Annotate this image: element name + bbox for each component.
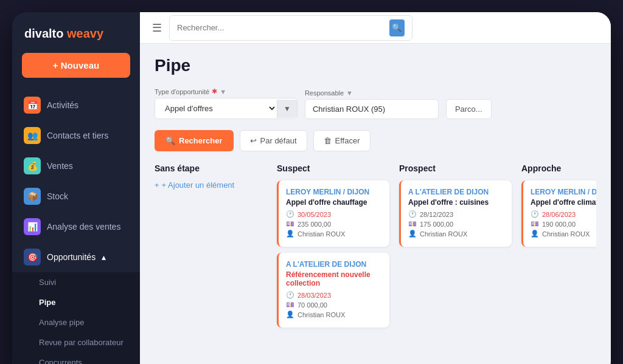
activites-icon: 📅 xyxy=(24,97,41,114)
sidebar-item-stock[interactable]: 📦 Stock xyxy=(12,181,140,211)
clear-button[interactable]: 🗑 Effacer xyxy=(313,130,371,151)
kanban-board: Sans étape + + Ajouter un élément Suspec… xyxy=(155,163,596,340)
card-amount: 235 000,00 xyxy=(298,221,331,228)
sidebar-item-analyse[interactable]: 📊 Analyse des ventes xyxy=(12,211,140,242)
kanban-card[interactable]: A L'ATELIER DE DIJON Appel d'offre : cui… xyxy=(399,180,512,247)
card-amount: 175 000,00 xyxy=(420,221,453,228)
kanban-card[interactable]: A L'ATELIER DE DIJON Référencement nouve… xyxy=(277,253,389,328)
sidebar-item-label: Stock xyxy=(47,191,68,201)
card-date-meta: 🕐 28/06/2023 xyxy=(531,210,596,218)
device-frame: divalto weavy + Nouveau 📅 Activités 👥 Co… xyxy=(12,12,611,364)
subnav-analyse-pipe[interactable]: Analyse pipe xyxy=(39,312,140,332)
required-indicator: ✱ xyxy=(212,88,217,95)
filters-row: Type d'opportunité ✱ ▼ Appel d'offres ▼ … xyxy=(155,88,596,119)
card-amount: 190 000,00 xyxy=(542,221,576,228)
card-title: Appel d'offre : cuisines xyxy=(408,198,504,207)
subnav-pipe[interactable]: Pipe xyxy=(39,292,140,312)
opportunites-icon: 🎯 xyxy=(24,249,41,266)
subnav-revue[interactable]: Revue par collaborateur xyxy=(39,332,140,352)
kanban-col-suspect: Suspect LEROY MERLIN / DIJON Appel d'off… xyxy=(277,163,389,334)
card-person: Christian ROUX xyxy=(420,230,467,238)
analyse-icon: 📊 xyxy=(24,218,41,235)
kanban-card[interactable]: LEROY MERLIN / DIJON Appel d'offre clima… xyxy=(521,180,596,247)
card-date: 28/12/2023 xyxy=(420,211,453,218)
responsable-input[interactable] xyxy=(305,99,439,119)
sidebar-item-activites[interactable]: 📅 Activités xyxy=(12,90,140,120)
card-amount-meta: 💷 190 000,00 xyxy=(531,220,596,228)
card-person-meta: 👤 Christian ROUX xyxy=(408,230,504,238)
card-date-meta: 🕐 28/12/2023 xyxy=(408,210,504,218)
select-arrow[interactable]: ▼ xyxy=(277,100,297,118)
card-amount-meta: 💷 175 000,00 xyxy=(408,220,504,228)
card-date-meta: 🕐 30/05/2023 xyxy=(286,210,382,218)
card-company: LEROY MERLIN / DIJON xyxy=(531,188,596,196)
search-input[interactable] xyxy=(177,23,385,32)
sidebar-item-contacts[interactable]: 👥 Contacts et tiers xyxy=(12,120,140,151)
clock-icon: 🕐 xyxy=(286,291,294,299)
money-icon: 💷 xyxy=(531,220,539,228)
responsable-filter-icon: ▼ xyxy=(346,89,353,97)
money-icon: 💷 xyxy=(286,301,294,309)
subnav-concurrents[interactable]: Concurrents xyxy=(39,352,140,364)
subnav-suivi[interactable]: Suivi xyxy=(39,272,140,292)
opportunites-submenu: Suivi Pipe Analyse pipe Revue par collab… xyxy=(12,272,140,364)
card-amount-meta: 💷 70 000,00 xyxy=(286,301,382,309)
search-button[interactable]: 🔍 Rechercher xyxy=(155,130,234,151)
card-company: LEROY MERLIN / DIJON xyxy=(286,188,382,196)
card-date: 28/06/2023 xyxy=(542,211,576,218)
card-company: A L'ATELIER DE DIJON xyxy=(408,188,504,196)
search-btn-icon: 🔍 xyxy=(165,136,175,145)
card-date-meta: 🕐 28/03/2023 xyxy=(286,291,382,299)
card-title: Référencement nouvelle collection xyxy=(286,270,382,287)
reset-icon: ↩ xyxy=(250,136,257,145)
person-icon: 👤 xyxy=(408,230,417,238)
col-header-approche: Approche xyxy=(521,163,596,173)
card-company: A L'ATELIER DE DIJON xyxy=(286,260,382,269)
app-logo: divalto weavy xyxy=(12,12,140,53)
sidebar-item-label: Activités xyxy=(47,100,78,110)
sidebar-item-label: Ventes xyxy=(47,161,73,171)
search-bar: 🔍 xyxy=(169,15,412,41)
kanban-col-prospect: Prospect A L'ATELIER DE DIJON Appel d'of… xyxy=(399,163,512,334)
page-content: Pipe Type d'opportunité ✱ ▼ Appel d'offr… xyxy=(140,44,611,364)
col-header-sans-etape: Sans étape xyxy=(155,163,267,173)
col-header-prospect: Prospect xyxy=(399,163,512,173)
ventes-icon: 💰 xyxy=(24,157,41,174)
sidebar-item-label: Opportunités xyxy=(47,252,96,262)
clock-icon: 🕐 xyxy=(286,210,294,218)
kanban-card[interactable]: LEROY MERLIN / DIJON Appel d'offre chauf… xyxy=(277,180,389,247)
card-person: Christian ROUX xyxy=(298,311,345,318)
sidebar-item-ventes[interactable]: 💰 Ventes xyxy=(12,151,140,181)
col-header-suspect: Suspect xyxy=(277,163,389,173)
kanban-col-sans-etape: Sans étape + + Ajouter un élément xyxy=(155,163,267,334)
person-icon: 👤 xyxy=(286,230,294,238)
person-icon: 👤 xyxy=(286,311,294,318)
filter-icon: ▼ xyxy=(220,88,226,95)
card-person-meta: 👤 Christian ROUX xyxy=(531,230,596,238)
card-person-meta: 👤 Christian ROUX xyxy=(286,311,382,318)
page-title: Pipe xyxy=(155,56,596,75)
parcourir-button[interactable]: Parco... xyxy=(446,99,492,119)
responsable-filter-label: Responsable ▼ xyxy=(305,89,439,97)
filter-actions: Parco... xyxy=(446,88,492,119)
card-amount-meta: 💷 235 000,00 xyxy=(286,220,382,228)
trash-icon: 🗑 xyxy=(324,136,332,145)
search-button[interactable]: 🔍 xyxy=(389,19,405,36)
top-header: ☰ 🔍 xyxy=(140,12,611,44)
clock-icon: 🕐 xyxy=(531,210,539,218)
type-select[interactable]: Appel d'offres xyxy=(155,98,277,118)
card-person: Christian ROUX xyxy=(542,230,590,238)
sidebar: divalto weavy + Nouveau 📅 Activités 👥 Co… xyxy=(12,12,140,364)
sidebar-item-opportunites[interactable]: 🎯 Opportunités xyxy=(12,242,140,272)
add-element-btn[interactable]: + + Ajouter un élément xyxy=(155,180,267,190)
card-title: Appel d'offre chauffage xyxy=(286,198,382,207)
contacts-icon: 👥 xyxy=(24,127,41,144)
card-amount: 70 000,00 xyxy=(298,301,327,309)
sidebar-item-label: Analyse des ventes xyxy=(47,222,120,232)
default-button[interactable]: ↩ Par défaut xyxy=(240,130,307,151)
responsable-filter-group: Responsable ▼ xyxy=(305,89,439,119)
new-button[interactable]: + Nouveau xyxy=(22,53,130,78)
menu-icon[interactable]: ☰ xyxy=(152,21,162,35)
money-icon: 💷 xyxy=(286,220,294,228)
type-filter-label: Type d'opportunité ✱ ▼ xyxy=(155,88,298,95)
